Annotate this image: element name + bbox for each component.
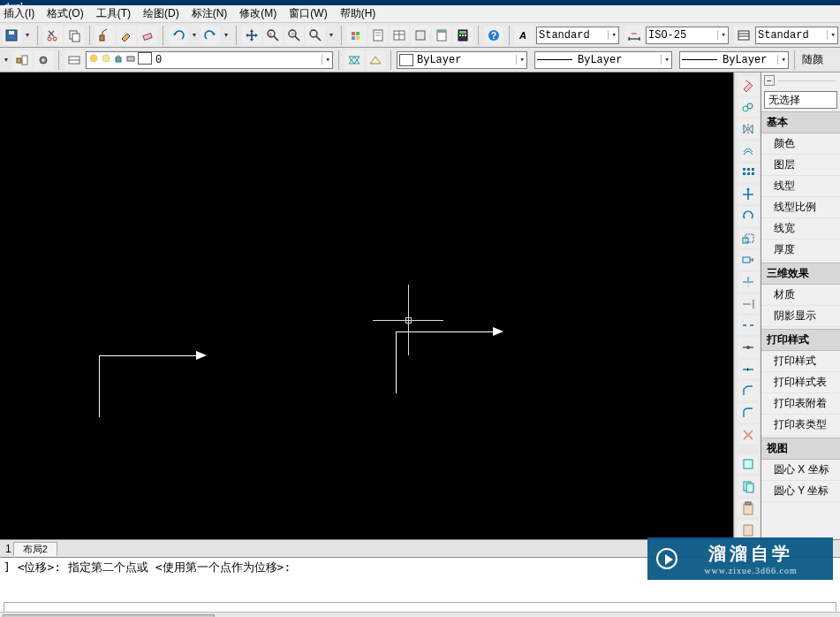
linetype-select[interactable]: ByLayer ▾ xyxy=(534,51,672,69)
prop-linetype[interactable]: 线型 xyxy=(761,176,840,197)
region-button[interactable] xyxy=(738,454,759,474)
undo-split-arrow[interactable]: ▾ xyxy=(190,26,199,45)
prop-material[interactable]: 材质 xyxy=(761,285,840,306)
play-icon xyxy=(656,548,677,569)
svg-rect-76 xyxy=(744,504,753,514)
chamfer-button[interactable] xyxy=(738,381,759,400)
collapse-icon[interactable]: − xyxy=(764,75,775,86)
prop-plotattach[interactable]: 打印表附着 xyxy=(761,393,840,415)
prop-plotstyle[interactable]: 打印样式 xyxy=(761,351,840,372)
dim-style-icon[interactable] xyxy=(624,26,644,45)
drawing-canvas[interactable] xyxy=(0,72,734,539)
extend-button[interactable] xyxy=(738,294,759,314)
lineweight-select[interactable]: ByLayer ▾ xyxy=(679,51,789,69)
zoom-prev-button[interactable] xyxy=(306,26,325,45)
zoom-split-arrow[interactable]: ▾ xyxy=(327,26,336,45)
prop-lineweight[interactable]: 线宽 xyxy=(761,218,840,240)
table-style-select[interactable]: Standard ▾ xyxy=(755,27,838,44)
offset-button[interactable] xyxy=(738,141,759,161)
zoom-realtime-button[interactable]: ± xyxy=(263,26,283,45)
fillet-button[interactable] xyxy=(738,403,759,423)
extra-btn[interactable]: 随颜 xyxy=(800,52,825,67)
left-handle[interactable]: ▾ xyxy=(2,50,11,70)
redo-split-arrow[interactable]: ▾ xyxy=(222,26,231,45)
prop-center-y[interactable]: 圆心 Y 坐标 xyxy=(761,481,840,502)
menu-tools[interactable]: 工具(T) xyxy=(96,6,131,21)
prop-plottype[interactable]: 打印表类型 xyxy=(761,415,840,436)
layer-select[interactable]: 0 ▾ xyxy=(86,51,333,69)
paint-button[interactable] xyxy=(117,26,136,45)
calculator-button[interactable] xyxy=(453,26,473,45)
break-at-point-button[interactable] xyxy=(738,338,759,357)
prop-group-basic[interactable]: 基本 xyxy=(761,111,840,133)
erase-button[interactable] xyxy=(738,76,759,95)
gear-icon[interactable] xyxy=(34,50,53,70)
color-select[interactable]: ByLayer ▾ xyxy=(397,51,527,69)
plot-button[interactable] xyxy=(411,26,430,45)
svg-point-71 xyxy=(746,346,750,349)
text-style-icon[interactable]: A xyxy=(515,26,534,45)
layer-prop-button[interactable] xyxy=(12,50,32,70)
save-split-arrow[interactable]: ▾ xyxy=(23,26,32,45)
text-style-select[interactable]: Standard ▾ xyxy=(536,27,619,44)
menu-format[interactable]: 格式(O) xyxy=(47,6,83,21)
menu-window[interactable]: 窗口(W) xyxy=(289,6,327,21)
selection-set-select[interactable]: 无选择 xyxy=(764,91,837,109)
undo-button[interactable] xyxy=(169,26,188,45)
prop-layer[interactable]: 图层 xyxy=(761,155,840,176)
scrollbar-thumb[interactable] xyxy=(3,614,215,618)
prop-thickness[interactable]: 厚度 xyxy=(761,240,840,261)
join-button[interactable] xyxy=(738,360,759,379)
copy-obj-button[interactable] xyxy=(738,98,759,118)
layer-prev-button[interactable] xyxy=(366,50,385,70)
explode-button[interactable] xyxy=(738,425,759,445)
array-button[interactable] xyxy=(738,164,759,183)
cut-clip-button[interactable] xyxy=(738,520,759,539)
mirror-button[interactable] xyxy=(738,119,759,139)
copy-button[interactable] xyxy=(64,26,84,45)
tool-palette-button[interactable] xyxy=(432,26,451,45)
redo-button[interactable] xyxy=(201,26,220,45)
help-button[interactable]: ? xyxy=(484,26,503,45)
menu-insert[interactable]: 插入(I) xyxy=(4,6,34,21)
prop-group-view[interactable]: 视图 xyxy=(761,438,840,460)
svg-text:+: + xyxy=(291,30,295,38)
sheet-button[interactable] xyxy=(368,26,388,45)
tab-fragment[interactable]: 1 xyxy=(5,543,11,555)
trim-button[interactable] xyxy=(738,272,759,292)
horizontal-scrollbar[interactable] xyxy=(0,612,840,617)
table-style-icon[interactable] xyxy=(734,26,753,45)
prop-shadow[interactable]: 阴影显示 xyxy=(761,306,840,327)
prop-group-3d[interactable]: 三维效果 xyxy=(761,263,840,285)
menu-help[interactable]: 帮助(H) xyxy=(340,6,376,21)
match-prop-button[interactable] xyxy=(95,26,115,45)
pan-button[interactable] xyxy=(242,26,261,45)
rotate-button[interactable] xyxy=(738,207,759,226)
prop-center-x[interactable]: 圆心 X 坐标 xyxy=(761,460,840,481)
svg-rect-57 xyxy=(747,172,750,175)
layer-state-button[interactable] xyxy=(64,50,84,70)
scale-button[interactable] xyxy=(738,229,759,248)
tab-layout2[interactable]: 布局2 xyxy=(13,542,57,556)
break-button[interactable] xyxy=(738,316,759,335)
move-button[interactable] xyxy=(738,185,759,204)
menu-draw[interactable]: 绘图(D) xyxy=(143,6,179,21)
prop-ltscale[interactable]: 线型比例 xyxy=(761,197,840,218)
save-button[interactable] xyxy=(2,26,21,45)
cut-button[interactable] xyxy=(43,26,63,45)
command-input[interactable] xyxy=(4,602,836,612)
prop-color[interactable]: 颜色 xyxy=(761,133,840,155)
prop-group-plot[interactable]: 打印样式 xyxy=(761,329,840,351)
table-button[interactable] xyxy=(390,26,409,45)
paste-clip-button[interactable] xyxy=(738,499,759,518)
layer-iso-button[interactable] xyxy=(344,50,364,70)
stretch-button[interactable] xyxy=(738,250,759,270)
layer-manager-button[interactable] xyxy=(347,26,367,45)
menu-modify[interactable]: 修改(M) xyxy=(239,6,276,21)
zoom-window-button[interactable]: + xyxy=(284,26,304,45)
eraser-button[interactable] xyxy=(138,26,157,45)
menu-dim[interactable]: 标注(N) xyxy=(192,6,228,21)
prop-plotstyletable[interactable]: 打印样式表 xyxy=(761,372,840,393)
dim-style-select[interactable]: ISO-25 ▾ xyxy=(646,27,729,44)
copy-clip-button[interactable] xyxy=(738,476,759,496)
